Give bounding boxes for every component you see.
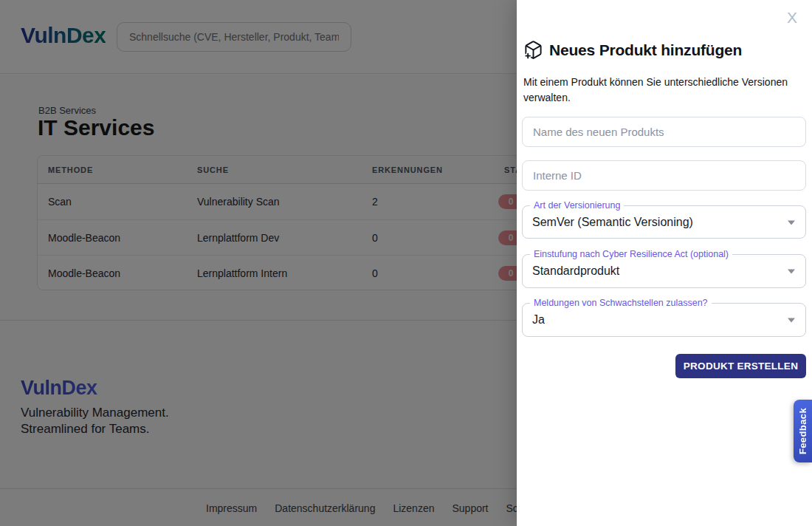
drawer-description: Mit einem Produkt können Sie unterschied… (523, 75, 802, 106)
vulnerability-reports-select[interactable]: Meldungen von Schwachstellen zulassen? J… (522, 303, 806, 337)
chevron-down-icon (788, 318, 795, 323)
versioning-select-value: SemVer (Semantic Versioning) (532, 216, 693, 229)
add-product-drawer: X Neues Produkt hinzufügen Mit einem Pro… (517, 0, 812, 526)
vulnerability-reports-select-label: Meldungen von Schwachstellen zulassen? (530, 298, 712, 308)
chevron-down-icon (788, 220, 795, 225)
internal-id-input[interactable] (522, 160, 806, 191)
feedback-tab[interactable]: Feedback (794, 400, 812, 462)
close-button[interactable]: X (787, 9, 797, 27)
product-name-input[interactable] (522, 117, 806, 147)
drawer-header: Neues Produkt hinzufügen (523, 40, 742, 60)
vulnerability-reports-select-value: Ja (532, 313, 545, 327)
versioning-select[interactable]: Art der Versionierung SemVer (Semantic V… (522, 205, 806, 239)
feedback-tab-label: Feedback (797, 408, 808, 454)
cra-classification-select[interactable]: Einstufung nach Cyber Resilience Act (op… (522, 254, 806, 288)
chevron-down-icon (788, 270, 795, 274)
create-product-button[interactable]: PRODUKT ERSTELLEN (675, 354, 806, 378)
drawer-title: Neues Produkt hinzufügen (549, 41, 742, 59)
cra-classification-select-value: Standardprodukt (532, 264, 619, 278)
versioning-select-label: Art der Versionierung (530, 200, 624, 211)
cra-classification-select-label: Einstufung nach Cyber Resilience Act (op… (530, 249, 732, 259)
package-plus-icon (523, 40, 543, 60)
app-root: VulnDex B2B Services IT Services METHODE… (0, 0, 812, 526)
